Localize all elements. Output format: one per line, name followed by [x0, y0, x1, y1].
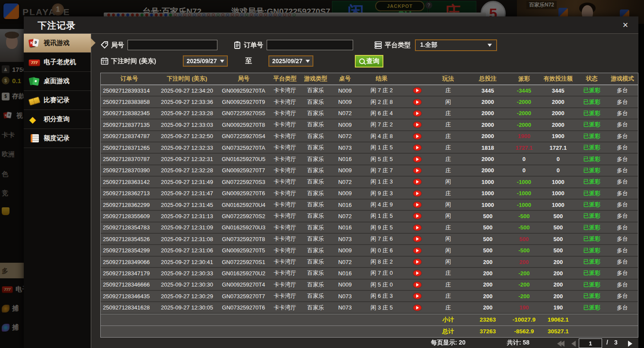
- payout-cell: -3445: [508, 85, 539, 96]
- play-type-cell: 庄: [429, 108, 467, 119]
- replay-button[interactable]: [413, 236, 421, 242]
- replay-button[interactable]: [413, 259, 421, 265]
- round-id-cell: GN072259270S4: [217, 131, 271, 142]
- valid-bet-cell: 200: [539, 268, 577, 278]
- replay-button[interactable]: [413, 87, 421, 93]
- replay-button[interactable]: [413, 99, 421, 105]
- table-row: 2509271283703902025-09-27 12:32:28GN0092…: [101, 165, 638, 177]
- bet-time-cell: 2025-09-27 12:33:36: [158, 97, 217, 107]
- empty-cell: [607, 314, 638, 325]
- total-count-label: 共计: 58: [507, 339, 529, 347]
- menu-item-quota-records[interactable]: 额度记录: [24, 129, 91, 148]
- replay-button[interactable]: [413, 248, 421, 254]
- page-total: 3: [614, 339, 618, 346]
- menu-item-match-records[interactable]: 比赛记录: [24, 91, 91, 110]
- replay-button[interactable]: [413, 179, 421, 185]
- table-no-cell: N072: [332, 257, 358, 267]
- replay-button[interactable]: [413, 122, 421, 128]
- next-page-button[interactable]: [628, 341, 632, 347]
- replay-button[interactable]: [413, 270, 421, 276]
- empty-cell: [607, 326, 638, 337]
- menu-item-table-games[interactable]: 桌面游戏: [24, 72, 91, 91]
- bet-time-cell: 2025-09-27 12:32:28: [158, 165, 217, 176]
- table-row: 2509271283747872025-09-27 12:32:50GN0722…: [101, 131, 638, 142]
- menu-item-points-query[interactable]: ◆ 积分查询: [24, 110, 91, 129]
- platform-filter-label: 平台类型: [385, 41, 411, 49]
- dropdown-arrow-icon: [220, 60, 224, 63]
- menu-item-video-games[interactable]: K9 视讯游戏: [24, 34, 91, 53]
- to-label: 至: [245, 57, 252, 66]
- replay-cell: [405, 302, 429, 313]
- play-icon: [416, 180, 419, 184]
- payout-cell: 200: [508, 257, 539, 267]
- date-to-picker[interactable]: 2025/09/27: [268, 55, 313, 67]
- bet-time-cell: 2025-09-27 12:30:30: [158, 280, 217, 290]
- page-number-input[interactable]: 1: [579, 338, 602, 348]
- prev-page-button[interactable]: [571, 341, 576, 347]
- bet-time-cell: 2025-09-27 12:33:28: [158, 108, 217, 119]
- total-bet-cell: 200: [467, 291, 509, 301]
- order-id-cell: 250927128370390: [101, 165, 158, 176]
- table-no-cell: N009: [332, 245, 358, 255]
- total-bet-cell: 1000: [467, 177, 509, 187]
- close-icon[interactable]: ×: [619, 19, 631, 31]
- play-type-cell: 庄: [429, 119, 467, 130]
- first-page-button[interactable]: [557, 341, 564, 347]
- replay-button[interactable]: [413, 305, 421, 311]
- play-icon: [416, 123, 419, 126]
- replay-cell: [405, 291, 429, 301]
- replay-button[interactable]: [413, 133, 421, 139]
- replay-button[interactable]: [413, 156, 421, 162]
- menu-item-slots[interactable]: 777 电子老虎机: [24, 53, 91, 72]
- result-cell: 闲 8 庄 2: [358, 257, 405, 267]
- empty-cell: [101, 314, 158, 325]
- play-icon: [416, 226, 419, 229]
- valid-bet-cell: 3445: [539, 85, 577, 96]
- order-input[interactable]: [267, 40, 353, 50]
- replay-button[interactable]: [413, 202, 421, 208]
- round-id-cell: GN072259270S2: [217, 211, 271, 221]
- replay-button[interactable]: [413, 225, 421, 231]
- payout-cell: 1727.1: [508, 142, 539, 153]
- replay-button[interactable]: [413, 190, 421, 197]
- platform-select[interactable]: 1.全部: [415, 39, 497, 51]
- platform-cell: 卡卡湾厅: [271, 85, 299, 96]
- round-input[interactable]: [128, 40, 217, 50]
- search-button-label: 查询: [367, 57, 379, 65]
- order-id-cell: 250927128346666: [101, 280, 158, 290]
- replay-button[interactable]: [413, 282, 421, 288]
- bet-records-modal: 下注记录 × K9 视讯游戏 777 电子老虎机 桌面游戏 比赛记录 ◆ 积分查…: [24, 16, 638, 348]
- table-row: 2509271283933142025-09-27 12:34:20GN0092…: [101, 85, 638, 97]
- game-mode-cell: 多台: [607, 165, 638, 176]
- replay-button[interactable]: [413, 168, 421, 174]
- status-cell: 已派彩: [577, 108, 607, 119]
- result-cell: 闲 0 庄 6: [358, 245, 405, 255]
- menu-label: 积分查询: [44, 115, 70, 123]
- document-icon: [28, 133, 40, 144]
- bet-time-cell: 2025-09-27 12:32:31: [158, 154, 217, 164]
- round-id-cell: GN009259270T8: [217, 119, 271, 130]
- game-mode-cell: 多台: [607, 200, 638, 210]
- replay-button[interactable]: [413, 293, 421, 299]
- table-row: 2509271283466662025-09-27 12:30:30GN0092…: [101, 280, 638, 291]
- replay-cell: [405, 222, 429, 233]
- replay-button[interactable]: [413, 145, 421, 151]
- date-from-picker[interactable]: 2025/09/27: [183, 55, 228, 67]
- play-type-cell: 庄: [429, 268, 467, 278]
- status-cell: 已派彩: [577, 291, 607, 301]
- round-id-cell: GN009259270T4: [217, 280, 271, 290]
- valid-bet-cell: 1727.1: [539, 142, 577, 153]
- status-cell: 已派彩: [577, 131, 607, 142]
- play-type-cell: 庄: [429, 280, 467, 290]
- game-mode-cell: 多台: [607, 154, 638, 164]
- payout-cell: 0: [508, 165, 539, 176]
- video-cards-icon: K9: [28, 38, 40, 48]
- result-cell: 闲 1 庄 5: [358, 142, 405, 153]
- payout-cell: -1000: [508, 188, 539, 199]
- search-button[interactable]: 查询: [355, 55, 383, 68]
- round-id-cell: GN016259270U4: [217, 200, 271, 210]
- replay-button[interactable]: [413, 110, 421, 116]
- empty-cell: [101, 326, 158, 337]
- replay-button[interactable]: [413, 213, 421, 219]
- replay-cell: [405, 268, 429, 278]
